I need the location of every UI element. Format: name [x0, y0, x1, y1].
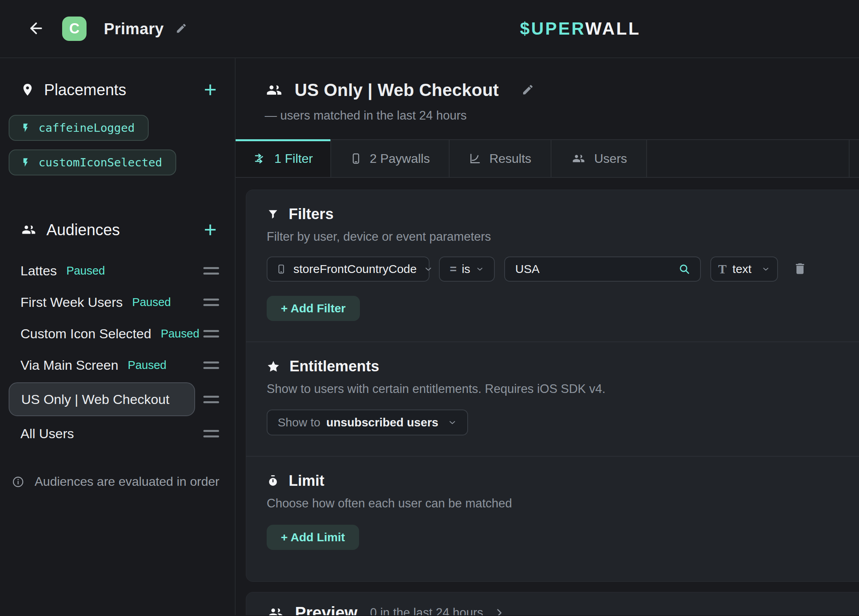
bolt-icon [20, 157, 31, 168]
placement-chip-label: customIconSelected [39, 156, 162, 169]
paused-badge: Paused [128, 359, 166, 372]
main-panel: US Only | Web Checkout — users matched i… [236, 58, 859, 615]
text-type-icon: T [718, 262, 726, 277]
drag-handle[interactable] [203, 330, 219, 338]
phone-icon [276, 263, 286, 275]
chart-icon [469, 152, 481, 165]
audience-row-custom-icon-selected[interactable]: Custom Icon Selected Paused [0, 318, 235, 349]
audience-label: US Only | Web Checkout [21, 392, 170, 407]
project-title: Primary [104, 20, 164, 38]
filter-type-dropdown[interactable]: T text [710, 256, 778, 282]
chevron-down-icon [761, 265, 770, 273]
chevron-down-icon [424, 264, 433, 274]
preview-header[interactable]: Preview 0 in the last 24 hours [267, 603, 859, 615]
tab-bar-end [850, 140, 859, 177]
add-limit-button[interactable]: + Add Limit [267, 525, 359, 550]
placement-list: caffeineLogged customIconSelected [9, 115, 235, 175]
audience-row-lattes[interactable]: Lattes Paused [0, 255, 235, 286]
audience-list: Lattes Paused First Week Users Paused Cu… [0, 255, 235, 449]
audience-label: First Week Users [20, 295, 123, 310]
preview-card: Preview 0 in the last 24 hours [246, 592, 859, 615]
info-icon [12, 476, 24, 488]
people-icon [20, 223, 37, 237]
drag-handle[interactable] [203, 396, 219, 403]
tab-bar-spacer [647, 140, 850, 177]
audience-settings-card: Filters Filter by user, device or event … [246, 190, 859, 582]
logo-white-part: WALL [585, 19, 641, 38]
placement-chip-label: caffeineLogged [39, 121, 135, 135]
audience-label: Lattes [20, 263, 57, 278]
drag-handle[interactable] [203, 430, 219, 437]
tab-filter[interactable]: 1 Filter [236, 140, 331, 177]
edit-project-title-button[interactable] [174, 21, 189, 37]
limit-section: Limit Choose how often each user can be … [246, 457, 859, 581]
paused-badge: Paused [161, 327, 199, 340]
drag-handle[interactable] [203, 267, 219, 275]
placement-chip-customIconSelected[interactable]: customIconSelected [9, 149, 176, 175]
map-pin-icon [20, 83, 35, 97]
tab-bar: 1 Filter 2 Paywalls Results [236, 139, 859, 178]
entitlements-subtitle: Show to users with certain entitlements.… [267, 382, 859, 396]
entitlements-title: Entitlements [289, 358, 379, 375]
logo-teal-part: $UPER [520, 19, 585, 38]
trash-icon [793, 262, 807, 276]
show-to-dropdown[interactable]: Show to unsubscribed users [267, 409, 468, 435]
stopwatch-icon [267, 474, 279, 488]
filter-operator-dropdown[interactable]: = is [439, 256, 495, 282]
entitlements-section: Entitlements Show to users with certain … [246, 342, 859, 456]
audience-row-first-week-users[interactable]: First Week Users Paused [0, 286, 235, 318]
tab-label: 1 Filter [275, 151, 313, 166]
audiences-header: Audiences + [20, 219, 219, 241]
audiences-title: Audiences [46, 221, 120, 239]
tab-label: Results [489, 151, 531, 166]
filter-field-dropdown[interactable]: storeFrontCountryCode [267, 256, 430, 282]
drag-handle[interactable] [203, 361, 219, 369]
audiences-order-note: Audiences are evaluated in order [12, 474, 223, 489]
drag-handle[interactable] [203, 299, 219, 306]
preview-title: Preview [295, 603, 358, 615]
preview-subtitle: 0 in the last 24 hours [370, 606, 483, 615]
footnote-text: Audiences are evaluated in order [35, 474, 219, 489]
paused-badge: Paused [132, 296, 171, 309]
back-button[interactable] [24, 17, 48, 41]
add-filter-button[interactable]: + Add Filter [267, 296, 360, 321]
chevron-right-icon [494, 607, 505, 615]
delete-filter-button[interactable] [791, 260, 809, 278]
star-icon [267, 360, 280, 373]
placements-header: Placements + [20, 79, 219, 101]
people-icon [265, 82, 284, 98]
tab-label: 2 Paywalls [370, 151, 430, 166]
topbar: C Primary $UPERWALL [0, 0, 859, 58]
tab-paywalls[interactable]: 2 Paywalls [331, 140, 450, 177]
tab-users[interactable]: Users [551, 140, 647, 177]
placements-title: Placements [44, 81, 126, 99]
audience-row-us-only-web-checkout-selected[interactable]: US Only | Web Checkout [0, 381, 235, 418]
filter-value-box[interactable] [504, 256, 701, 282]
filter-value-input[interactable] [514, 262, 678, 276]
people-icon [267, 605, 285, 615]
pencil-icon [522, 83, 534, 96]
audience-label: Via Main Screen [20, 358, 118, 373]
superwall-logo: $UPERWALL [520, 19, 641, 39]
filters-title: Filters [289, 206, 334, 223]
audience-label: All Users [20, 426, 74, 441]
phone-icon [350, 152, 362, 165]
audience-subtitle: — users matched in the last 24 hours [265, 109, 859, 123]
filter-operator-value: is [462, 262, 470, 276]
limit-subtitle: Choose how often each user can be matche… [267, 496, 859, 511]
edit-audience-title-button[interactable] [520, 82, 536, 99]
audience-title: US Only | Web Checkout [295, 80, 499, 100]
tab-results[interactable]: Results [450, 140, 551, 177]
sidebar: Placements + caffeineLogged customIconSe… [0, 58, 236, 615]
chevron-down-icon [448, 418, 457, 427]
placement-chip-caffeineLogged[interactable]: caffeineLogged [9, 115, 149, 141]
audience-row-via-main-screen[interactable]: Via Main Screen Paused [0, 349, 235, 381]
project-avatar[interactable]: C [62, 17, 87, 41]
add-placement-button[interactable]: + [201, 79, 219, 101]
show-to-value: unsubscribed users [326, 416, 438, 429]
people-icon [571, 152, 586, 165]
arrow-left-icon [28, 20, 45, 37]
limit-title: Limit [289, 472, 324, 489]
add-audience-button[interactable]: + [201, 219, 219, 241]
audience-row-all-users[interactable]: All Users [0, 418, 235, 449]
